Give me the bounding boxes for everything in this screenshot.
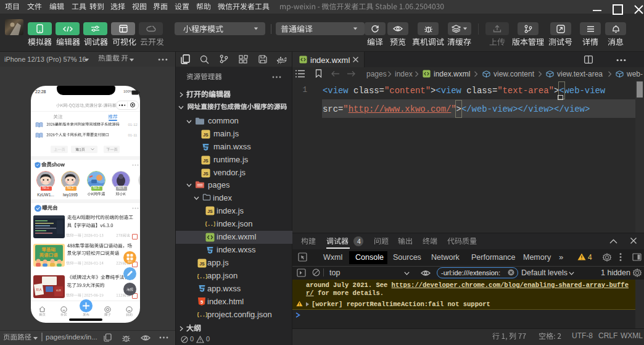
svg-text:JS: JS: [203, 172, 208, 176]
svg-text:JS: JS: [203, 133, 208, 137]
svg-text:{..}: {..}: [197, 274, 207, 280]
svg-text:JS: JS: [203, 159, 208, 163]
svg-text:{..}: {..}: [205, 222, 215, 227]
svg-text:JS: JS: [199, 262, 205, 266]
svg-text:JS: JS: [207, 209, 213, 214]
svg-text:5: 5: [200, 299, 203, 305]
svg-text:{..}: {..}: [197, 312, 207, 318]
